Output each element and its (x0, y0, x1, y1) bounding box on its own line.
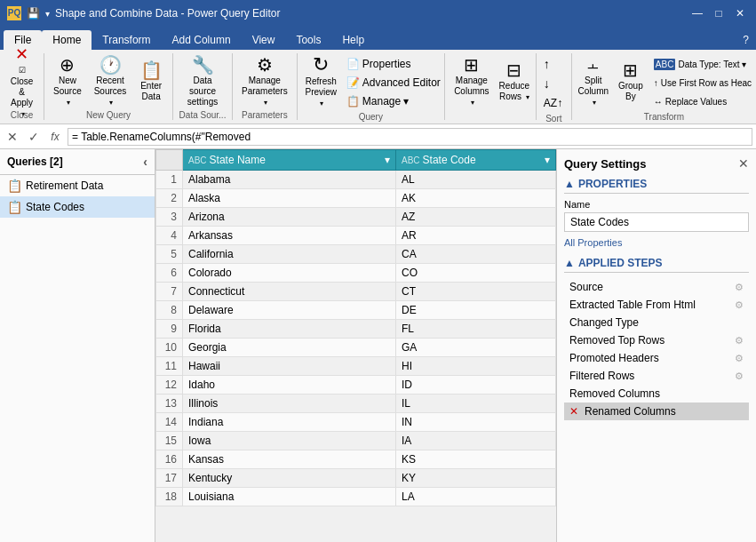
ribbon-group-parameters: ⚙ ManageParameters ▾ Parameters (233, 53, 298, 120)
step-gear-icon[interactable]: ⚙ (735, 299, 744, 311)
applied-step-promoted-headers[interactable]: Promoted Headers⚙ (564, 349, 749, 367)
use-first-row-button[interactable]: ↑ Use First Row as Heac (650, 74, 755, 92)
minimize-button[interactable]: — (688, 4, 706, 22)
table-row[interactable]: 4 Arkansas AR (156, 227, 556, 245)
ribbon-group-close: ✕ ☑ Close &Apply ▾ Close (0, 53, 44, 120)
applied-step-removed-columns[interactable]: Removed Columns (564, 385, 749, 403)
fx-button[interactable]: fx (46, 128, 64, 146)
applied-step-filtered-rows[interactable]: Filtered Rows⚙ (564, 367, 749, 385)
dropdown-arrow[interactable]: ▾ (45, 9, 50, 19)
state-name-filter-button[interactable]: ▾ (385, 154, 390, 166)
sort-desc-button[interactable]: ↓ (540, 75, 553, 92)
properties-button[interactable]: 📄 Properties (343, 55, 444, 73)
replace-values-button[interactable]: ↔ Replace Values (650, 92, 755, 110)
collapse-sidebar-button[interactable]: ‹ (143, 155, 147, 169)
formula-cancel-button[interactable]: ✕ (4, 128, 21, 146)
state-code-cell: HI (396, 357, 556, 376)
sort-az-button[interactable]: AZ↑ (540, 94, 566, 112)
all-properties-link[interactable]: All Properties (564, 237, 749, 248)
table-row[interactable]: 14 Indiana IN (156, 413, 556, 432)
table-row[interactable]: 16 Kansas KS (156, 450, 556, 469)
state-code-cell: DE (396, 301, 556, 320)
enter-data-button[interactable]: 📋 EnterData (133, 55, 169, 108)
table-row[interactable]: 17 Kentucky KY (156, 469, 556, 488)
reduce-rows-button[interactable]: ⊟ ReduceRows ▾ (497, 55, 532, 108)
state-name-cell: Iowa (183, 432, 396, 450)
state-code-cell: AK (396, 189, 556, 208)
table-row[interactable]: 6 Colorado CO (156, 264, 556, 283)
table-row[interactable]: 13 Illinois IL (156, 395, 556, 413)
table-row[interactable]: 3 Arizona AZ (156, 208, 556, 227)
query-settings-close-button[interactable]: ✕ (738, 156, 749, 171)
close-apply-button[interactable]: ✕ ☑ Close &Apply ▾ (4, 55, 40, 108)
applied-step-changed-type[interactable]: Changed Type (564, 314, 749, 331)
table-row[interactable]: 1 Alabama AL (156, 171, 556, 189)
new-source-button[interactable]: ⊕ NewSource ▾ (48, 55, 87, 108)
window-title: Shape and Combine Data - Power Query Edi… (55, 7, 280, 20)
table-row[interactable]: 7 Connecticut CT (156, 283, 556, 301)
state-name-cell: Arizona (183, 208, 396, 227)
properties-collapse-icon[interactable]: ▲ (564, 178, 575, 190)
table-row[interactable]: 10 Georgia GA (156, 339, 556, 357)
table-row[interactable]: 9 Florida FL (156, 320, 556, 339)
group-by-button[interactable]: ⊞ GroupBy (613, 55, 649, 108)
tab-add-column[interactable]: Add Column (162, 30, 242, 50)
data-type-button[interactable]: ABC Data Type: Text ▾ (650, 55, 755, 73)
col-header-state-name[interactable]: ABCState Name ▾ (183, 150, 396, 171)
sidebar-item-retirement-data[interactable]: 📋 Retirement Data (0, 175, 155, 196)
table-container[interactable]: ABCState Name ▾ ABCState Code ▾ (155, 149, 556, 542)
refresh-preview-button[interactable]: ↻ RefreshPreview ▾ (301, 55, 341, 108)
state-code-cell: GA (396, 339, 556, 357)
tab-home[interactable]: Home (42, 30, 92, 50)
query-name-value[interactable]: State Codes (564, 212, 749, 232)
data-source-settings-button[interactable]: 🔧 Data sourcesettings (177, 55, 228, 108)
data-source-group-label: Data Sour... (177, 110, 228, 120)
state-code-cell: AR (396, 227, 556, 245)
table-row[interactable]: 15 Iowa IA (156, 432, 556, 450)
maximize-button[interactable]: □ (710, 4, 728, 22)
step-gear-icon[interactable]: ⚙ (735, 335, 744, 347)
name-label: Name (564, 199, 749, 210)
step-gear-icon[interactable]: ⚙ (735, 371, 744, 382)
queries-title: Queries [2] (7, 155, 63, 168)
step-gear-icon[interactable]: ⚙ (735, 353, 744, 364)
quick-save[interactable]: 💾 (27, 7, 40, 20)
applied-steps-collapse-icon[interactable]: ▲ (564, 257, 575, 269)
applied-step-extracted-table-from-html[interactable]: Extracted Table From Html⚙ (564, 296, 749, 314)
state-code-filter-button[interactable]: ▾ (545, 154, 550, 166)
advanced-editor-button[interactable]: 📝 Advanced Editor (343, 74, 444, 92)
row-num: 11 (156, 357, 183, 376)
sidebar-item-state-codes[interactable]: 📋 State Codes (0, 196, 155, 218)
tab-transform[interactable]: Transform (92, 30, 161, 50)
split-column-button[interactable]: ⫠ SplitColumn ▾ (576, 55, 611, 108)
table-row[interactable]: 2 Alaska AK (156, 189, 556, 208)
step-name: Removed Top Rows (569, 334, 664, 347)
formula-input[interactable] (68, 128, 752, 146)
manage-parameters-button[interactable]: ⚙ ManageParameters ▾ (236, 55, 293, 108)
applied-step-removed-top-rows[interactable]: Removed Top Rows⚙ (564, 331, 749, 349)
query-group-label: Query (301, 112, 441, 122)
step-name: Source (569, 281, 603, 293)
ribbon-group-manage-columns: ⊞ ManageColumns ▾ ⊟ ReduceRows ▾ (445, 53, 537, 120)
formula-confirm-button[interactable]: ✓ (25, 128, 43, 146)
applied-step-source[interactable]: Source⚙ (564, 278, 749, 296)
tab-view[interactable]: View (242, 30, 286, 50)
table-row[interactable]: 5 California CA (156, 245, 556, 264)
state-code-cell: CT (396, 283, 556, 301)
step-gear-icon[interactable]: ⚙ (735, 282, 744, 293)
manage-columns-button[interactable]: ⊞ ManageColumns ▾ (449, 55, 495, 108)
table-row[interactable]: 11 Hawaii HI (156, 357, 556, 376)
help-button[interactable]: ? (739, 30, 752, 50)
recent-sources-button[interactable]: 🕐 RecentSources ▾ (89, 55, 131, 108)
sort-asc-button[interactable]: ↑ (540, 55, 553, 73)
col-header-state-code[interactable]: ABCState Code ▾ (396, 150, 556, 171)
manage-button[interactable]: 📋 Manage ▾ (343, 92, 444, 110)
table-row[interactable]: 8 Delaware DE (156, 301, 556, 320)
tab-tools[interactable]: Tools (285, 30, 331, 50)
tab-help[interactable]: Help (331, 30, 375, 50)
table-row[interactable]: 18 Louisiana LA (156, 488, 556, 506)
close-button[interactable]: ✕ (731, 4, 749, 22)
applied-step-renamed-columns[interactable]: ✕Renamed Columns (564, 403, 749, 420)
table-row[interactable]: 12 Idaho ID (156, 376, 556, 395)
state-name-cell: Kansas (183, 450, 396, 469)
